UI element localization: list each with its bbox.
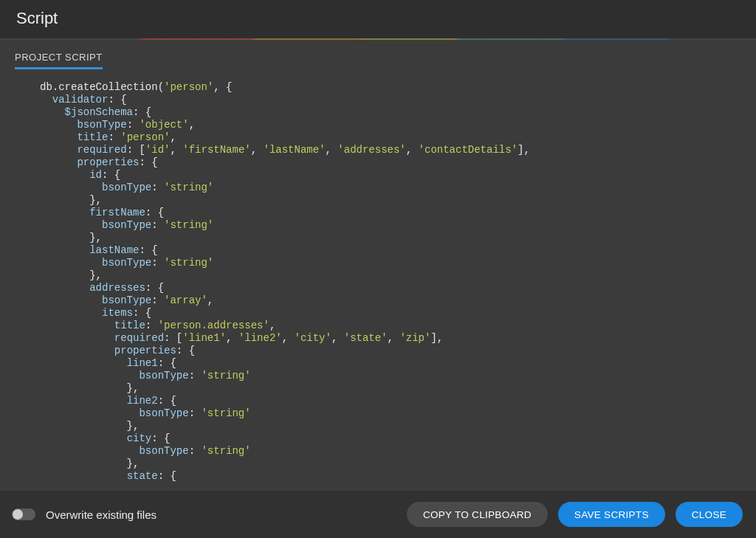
header-divider <box>0 38 756 40</box>
copy-to-clipboard-button[interactable]: COPY TO CLIPBOARD <box>407 502 548 527</box>
modal-title: Script <box>16 9 740 28</box>
modal-footer: Overwrite existing files COPY TO CLIPBOA… <box>0 491 756 538</box>
script-code[interactable]: db.createCollection('person', { validato… <box>15 80 747 491</box>
toggle-knob <box>13 509 23 520</box>
tab-project-script[interactable]: PROJECT SCRIPT <box>15 52 103 69</box>
overwrite-toggle-label: Overwrite existing files <box>46 508 157 521</box>
save-scripts-button[interactable]: SAVE SCRIPTS <box>558 502 665 527</box>
code-area: db.createCollection('person', { validato… <box>15 80 747 491</box>
tab-row: PROJECT SCRIPT <box>0 40 756 69</box>
code-scroll[interactable]: db.createCollection('person', { validato… <box>15 80 747 491</box>
modal-header: Script <box>0 0 756 38</box>
script-modal: Script PROJECT SCRIPT db.createCollectio… <box>0 0 756 538</box>
overwrite-toggle[interactable] <box>12 508 35 520</box>
close-button[interactable]: CLOSE <box>676 502 743 527</box>
